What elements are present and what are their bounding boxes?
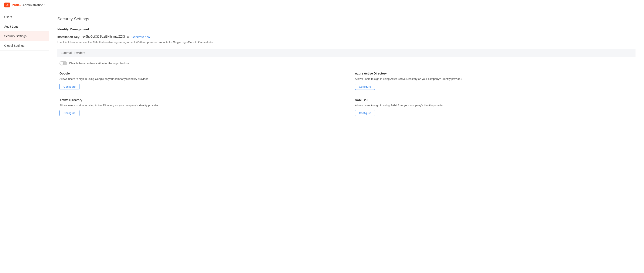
- configure-button-active-directory[interactable]: Configure: [60, 110, 80, 116]
- external-providers-label: External Providers: [61, 51, 85, 54]
- provider-name-azure-ad: Azure Active Directory: [355, 72, 634, 75]
- configure-button-google[interactable]: Configure: [60, 84, 80, 90]
- logo-path-tm: ™: [19, 5, 21, 6]
- identity-management-title: Identity Management: [57, 27, 636, 31]
- sidebar-item-global-settings-label: Global Settings: [4, 44, 24, 47]
- logo: Ui Path™ Administration™: [4, 2, 45, 7]
- logo-ui-badge: Ui: [4, 2, 10, 7]
- bottom-divider: [57, 125, 636, 125]
- sidebar: Users Audit Logs Security Settings Globa…: [0, 10, 49, 273]
- provider-name-active-directory: Active Directory: [60, 98, 338, 102]
- configure-button-azure-ad[interactable]: Configure: [355, 84, 375, 90]
- external-providers-header: External Providers: [57, 49, 636, 57]
- logo-ui-text: Ui: [6, 3, 8, 6]
- copy-icon[interactable]: ⧉: [127, 35, 130, 39]
- toggle-knob: [60, 61, 63, 65]
- providers-grid: Google Allows users to sign in using Goo…: [57, 72, 636, 122]
- provider-name-saml: SAML 2.0: [355, 98, 634, 102]
- sidebar-item-users[interactable]: Users: [0, 12, 49, 22]
- provider-desc-google: Allows users to sign in using Google as …: [60, 77, 338, 81]
- provider-desc-azure-ad: Allows users to sign in using Azure Acti…: [355, 77, 634, 81]
- header: Ui Path™ Administration™: [0, 0, 644, 10]
- configure-button-saml[interactable]: Configure: [355, 110, 375, 116]
- provider-desc-saml: Allows users to sign in using SAML2 as y…: [355, 103, 634, 108]
- sidebar-item-security-settings-label: Security Settings: [4, 34, 26, 38]
- sidebar-item-global-settings[interactable]: Global Settings: [0, 41, 49, 50]
- sidebar-nav: Users Audit Logs Security Settings Globa…: [0, 10, 49, 50]
- main-content: Security Settings Identity Management In…: [49, 10, 644, 273]
- logo-path-text: Path™: [12, 3, 21, 7]
- external-providers-section: External Providers Disable basic authent…: [57, 49, 636, 125]
- provider-card-saml: SAML 2.0 Allows users to sign in using S…: [355, 98, 634, 116]
- provider-card-google: Google Allows users to sign in using Goo…: [60, 72, 338, 90]
- sidebar-item-audit-logs-label: Audit Logs: [4, 25, 18, 28]
- sidebar-item-security-settings[interactable]: Security Settings: [0, 31, 49, 41]
- toggle-row: Disable basic authentication for the org…: [57, 61, 636, 65]
- sidebar-item-users-label: Users: [4, 15, 12, 19]
- installation-key-label: Installation Key:: [57, 35, 80, 39]
- identity-management-section: Identity Management Installation Key: ey…: [57, 27, 636, 44]
- main-layout: Users Audit Logs Security Settings Globa…: [0, 10, 644, 273]
- logo-path-word: Path: [12, 3, 19, 7]
- sidebar-item-audit-logs[interactable]: Audit Logs: [0, 22, 49, 31]
- logo-admin-text: Administration™: [22, 3, 46, 7]
- disable-basic-auth-toggle[interactable]: [60, 61, 67, 65]
- toggle-label: Disable basic authentication for the org…: [69, 62, 130, 65]
- provider-card-active-directory: Active Directory Allows users to sign in…: [60, 98, 338, 116]
- key-description: Use this token to access the APIs that e…: [57, 40, 636, 44]
- generate-new-link[interactable]: Generate new: [132, 35, 150, 39]
- page-title: Security Settings: [57, 16, 636, 21]
- provider-desc-active-directory: Allows users to sign in using Active Dir…: [60, 103, 338, 108]
- provider-name-google: Google: [60, 72, 338, 75]
- logo-admin-tm: ™: [44, 3, 45, 5]
- app-container: Ui Path™ Administration™ Users Audit Log…: [0, 0, 644, 273]
- installation-key-row: Installation Key: eyJhbGciOiJSUzI1NiIsIm…: [57, 35, 636, 39]
- installation-key-value: eyJhbGciOiJSUzI1NiIsImtpZZCI: [82, 35, 125, 39]
- provider-card-azure-ad: Azure Active Directory Allows users to s…: [355, 72, 634, 90]
